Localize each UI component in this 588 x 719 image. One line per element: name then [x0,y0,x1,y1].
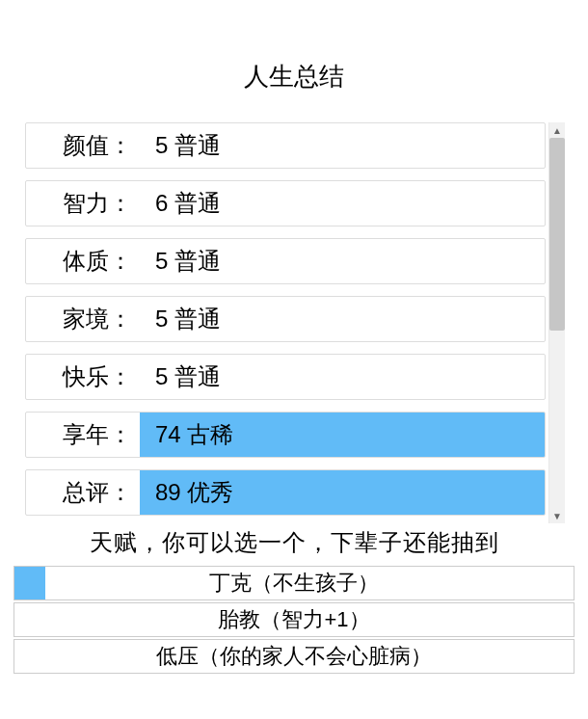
stat-label: 快乐： [26,355,140,399]
talent-list: 丁克（不生孩子）胎教（智力+1）低压（你的家人不会心脏病） [13,566,575,674]
talent-name: 低压（你的家人不会心脏病） [156,642,432,671]
stat-row: 颜值：5 普通 [25,122,546,169]
scroll-up-icon[interactable]: ▲ [549,122,565,138]
stat-label: 家境： [26,297,140,341]
talent-name: 丁克（不生孩子） [209,569,379,598]
stat-value: 5 普通 [140,239,545,283]
stat-value: 5 普通 [140,297,545,341]
talent-selected-indicator [14,567,45,599]
scroll-down-icon[interactable]: ▼ [549,508,565,523]
stat-row: 快乐：5 普通 [25,354,546,400]
stats-scroll-area: 颜值：5 普通智力：6 普通体质：5 普通家境：5 普通快乐：5 普通享年：74… [25,122,565,516]
stat-row: 智力：6 普通 [25,180,546,226]
stat-label: 享年： [26,413,140,457]
stat-value: 6 普通 [140,181,545,226]
talent-item[interactable]: 胎教（智力+1） [13,602,575,637]
stat-row: 体质：5 普通 [25,238,546,284]
stat-value: 5 普通 [140,123,545,168]
stats-list: 颜值：5 普通智力：6 普通体质：5 普通家境：5 普通快乐：5 普通享年：74… [25,122,546,516]
stat-label: 颜值： [26,123,140,168]
stat-label: 智力： [26,181,140,226]
talent-item[interactable]: 低压（你的家人不会心脏病） [13,639,575,674]
stat-row: 享年：74 古稀 [25,412,546,458]
stat-label: 总评： [26,470,140,515]
stat-row: 总评：89 优秀 [25,469,546,516]
scrollbar-thumb[interactable] [549,138,565,331]
stat-label: 体质： [26,239,140,283]
talent-name: 胎教（智力+1） [218,605,369,634]
stat-value: 74 古稀 [140,413,545,457]
scrollbar-track[interactable]: ▲ ▼ [548,122,565,523]
page-title: 人生总结 [0,0,588,122]
stat-value: 5 普通 [140,355,545,399]
talent-item[interactable]: 丁克（不生孩子） [13,566,575,600]
stat-row: 家境：5 普通 [25,296,546,342]
stat-value: 89 优秀 [140,470,545,515]
talent-heading: 天赋，你可以选一个，下辈子还能抽到 [0,527,588,558]
